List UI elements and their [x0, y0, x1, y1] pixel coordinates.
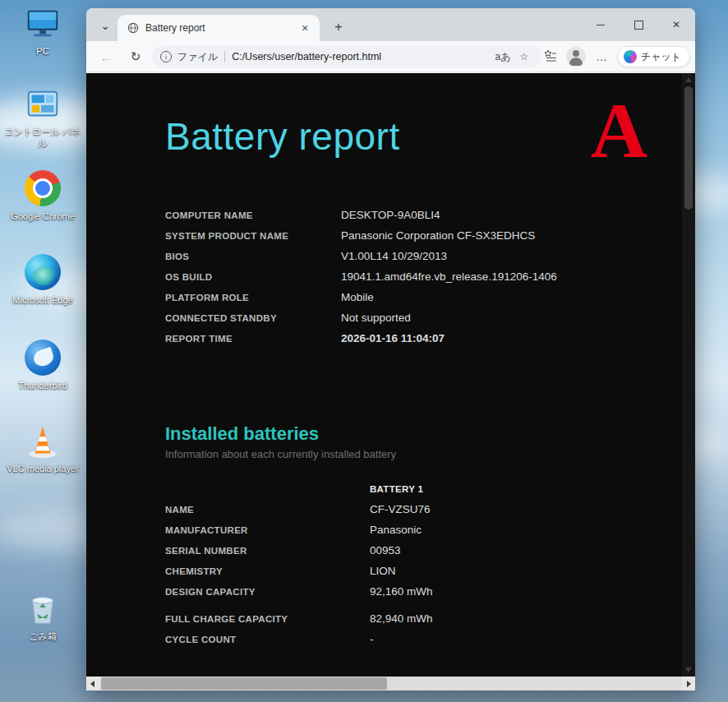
horizontal-scrollbar[interactable] — [86, 677, 695, 690]
chat-button[interactable]: チャット — [617, 46, 690, 67]
desktop-icon-label: Microsoft Edge — [2, 295, 84, 307]
pc-icon — [24, 5, 62, 43]
table-row: COMPUTER NAME DESKTOP-9A0BLI4 — [165, 205, 682, 225]
table-row: CONNECTED STANDBY Not supported — [165, 307, 682, 328]
field-value: 19041.1.amd64fre.vb_release.191206-1406 — [341, 270, 557, 283]
field-label: SYSTEM PRODUCT NAME — [165, 231, 341, 241]
table-row: MANUFACTURER Panasonic — [165, 520, 682, 540]
table-row: DESIGN CAPACITY 92,160 mWh — [165, 581, 682, 602]
table-row: SERIAL NUMBER 00953 — [165, 540, 682, 561]
google-chrome-icon — [24, 170, 62, 208]
address-bar[interactable]: ファイル C:/Users/user/battery-report.html a… — [152, 45, 541, 68]
field-value: LION — [370, 565, 396, 577]
tab-close-icon[interactable]: ✕ — [297, 20, 313, 36]
minimize-button[interactable] — [582, 8, 620, 41]
desktop-icon-google-chrome[interactable]: Google Chrome — [2, 169, 84, 223]
favorites-hub-icon[interactable] — [540, 46, 561, 67]
installed-batteries-table: BATTERY 1 NAME CF-VZSU76 MANUFACTURER Pa… — [165, 478, 682, 649]
vlc-icon — [24, 423, 62, 460]
field-value: 00953 — [370, 544, 401, 557]
desktop-icon-label: Google Chrome — [2, 211, 84, 223]
toolbar-right-group: … チャット — [540, 45, 690, 68]
field-label: CONNECTED STANDBY — [165, 313, 341, 323]
field-label: DESIGN CAPACITY — [165, 587, 370, 597]
field-value: 2026-01-16 11:04:07 — [341, 332, 445, 344]
tab-search-chevron-icon[interactable]: ⌄ — [94, 15, 116, 36]
desktop-icon-label: Thunderbird — [2, 381, 84, 392]
battery-report-page: Battery report A COMPUTER NAME DESKTOP-9… — [86, 73, 682, 677]
tab-strip: ⌄ Battery report ✕ + ✕ — [86, 8, 695, 41]
scroll-right-icon[interactable] — [681, 677, 695, 690]
field-value: - — [370, 633, 374, 645]
tab-title: Battery report — [145, 22, 297, 34]
url-text[interactable]: C:/Users/user/battery-report.html — [232, 51, 492, 62]
table-row: OS BUILD 19041.1.amd64fre.vb_release.191… — [165, 266, 682, 287]
url-divider — [224, 51, 225, 62]
vertical-scrollbar[interactable] — [682, 73, 695, 677]
desktop-icon-label: ごみ箱 — [2, 631, 84, 643]
field-value: Not supported — [341, 312, 411, 324]
profile-avatar[interactable] — [566, 47, 586, 67]
field-label: SERIAL NUMBER — [165, 546, 370, 556]
site-info-icon[interactable] — [160, 51, 172, 62]
globe-icon — [127, 22, 139, 34]
settings-more-icon[interactable]: … — [591, 46, 612, 67]
scroll-up-icon[interactable] — [685, 77, 692, 82]
close-window-button[interactable]: ✕ — [657, 8, 695, 41]
table-row: NAME CF-VZSU76 — [165, 499, 682, 520]
field-value: Panasonic — [370, 524, 422, 536]
column-header: BATTERY 1 — [370, 484, 423, 494]
recycle-bin-icon — [24, 590, 62, 628]
field-label: COMPUTER NAME — [165, 210, 341, 220]
desktop-icon-pc[interactable]: PC — [2, 5, 84, 58]
chat-button-label: チャット — [641, 50, 681, 64]
scroll-down-icon[interactable] — [685, 667, 692, 672]
scroll-left-icon[interactable] — [86, 677, 100, 690]
vertical-scrollbar-thumb[interactable] — [684, 86, 693, 210]
field-label: MANUFACTURER — [165, 525, 370, 535]
field-value: Mobile — [341, 291, 374, 303]
table-row: SYSTEM PRODUCT NAME Panasonic Corporatio… — [165, 225, 682, 246]
maximize-button[interactable] — [620, 8, 657, 41]
microsoft-edge-icon — [24, 254, 62, 292]
field-label: CYCLE COUNT — [165, 635, 370, 644]
url-scheme-label: ファイル — [177, 50, 218, 64]
field-label: FULL CHARGE CAPACITY — [165, 614, 370, 624]
table-row: FULL CHARGE CAPACITY 82,940 mWh — [165, 608, 682, 629]
desktop-icon-vlc[interactable]: VLC media player — [2, 423, 84, 475]
desktop-icon-label: PC — [2, 46, 84, 58]
page-content: Battery report A COMPUTER NAME DESKTOP-9… — [86, 73, 695, 677]
desktop-icon-recycle-bin[interactable]: ごみ箱 — [2, 590, 84, 643]
tab-battery-report[interactable]: Battery report ✕ — [117, 15, 320, 41]
table-row: REPORT TIME 2026-01-16 11:04:07 — [165, 328, 682, 349]
desktop-icon-label: VLC media player — [2, 464, 84, 475]
add-favorite-star-icon[interactable]: ☆ — [514, 47, 535, 67]
refresh-button[interactable]: ↻ — [124, 46, 147, 67]
system-info-table: COMPUTER NAME DESKTOP-9A0BLI4 SYSTEM PRO… — [165, 205, 682, 349]
window-controls: ✕ — [582, 8, 695, 41]
field-value: V1.00L14 10/29/2013 — [341, 250, 447, 262]
desktop-icon-microsoft-edge[interactable]: Microsoft Edge — [2, 253, 84, 307]
table-row: PLATFORM ROLE Mobile — [165, 287, 682, 307]
desktop-icon-label: コントロール パネル — [2, 127, 84, 150]
horizontal-scrollbar-thumb[interactable] — [101, 677, 387, 690]
browser-toolbar: ← ↻ ファイル C:/Users/user/battery-report.ht… — [86, 41, 695, 72]
translate-icon[interactable]: aあ — [492, 47, 514, 67]
browser-window: ⌄ Battery report ✕ + ✕ ← ↻ ファイル C:/Users… — [86, 8, 695, 690]
table-row: BIOS V1.00L14 10/29/2013 — [165, 246, 682, 266]
table-row: CYCLE COUNT - — [165, 629, 682, 649]
desktop-icon-control-panel[interactable]: コントロール パネル — [2, 85, 84, 150]
field-value: CF-VZSU76 — [370, 503, 431, 515]
new-tab-button[interactable]: + — [328, 16, 349, 38]
control-panel-icon — [24, 85, 62, 123]
field-value: 82,940 mWh — [370, 612, 433, 625]
section-heading: Installed batteries — [165, 423, 682, 445]
annotation-letter: A — [591, 91, 647, 170]
field-label: OS BUILD — [165, 272, 341, 282]
field-label: NAME — [165, 505, 370, 515]
back-button[interactable]: ← — [94, 46, 117, 67]
desktop-icon-thunderbird[interactable]: Thunderbird — [2, 339, 84, 392]
table-header-row: BATTERY 1 — [165, 478, 682, 499]
field-value: 92,160 mWh — [370, 585, 433, 598]
field-label: REPORT TIME — [165, 334, 341, 344]
